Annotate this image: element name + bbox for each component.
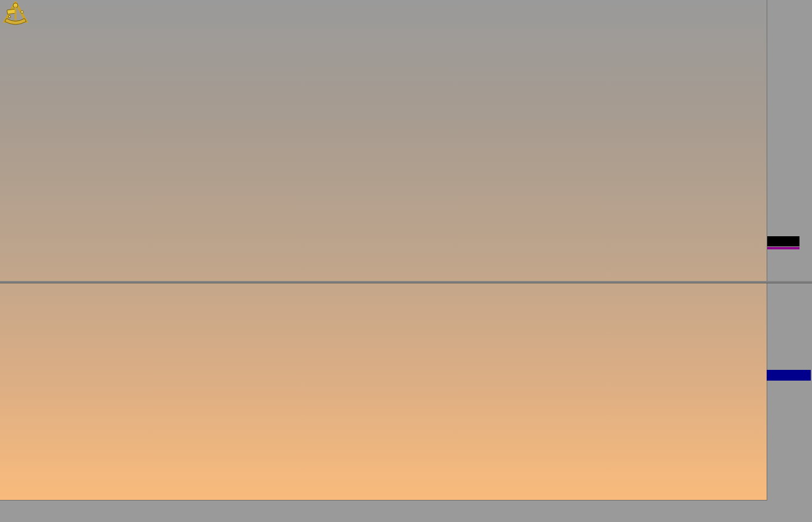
- zyxa-anchor-logo: [2, 1, 29, 26]
- ma-value-underline: [767, 247, 799, 249]
- chart-window: [0, 0, 812, 522]
- panel-divider: [0, 281, 812, 283]
- indicator-legend: [739, 18, 757, 47]
- seasonal-value-callout: [767, 370, 811, 381]
- chart-canvas[interactable]: [0, 0, 812, 522]
- ma-value-callout: [767, 236, 799, 246]
